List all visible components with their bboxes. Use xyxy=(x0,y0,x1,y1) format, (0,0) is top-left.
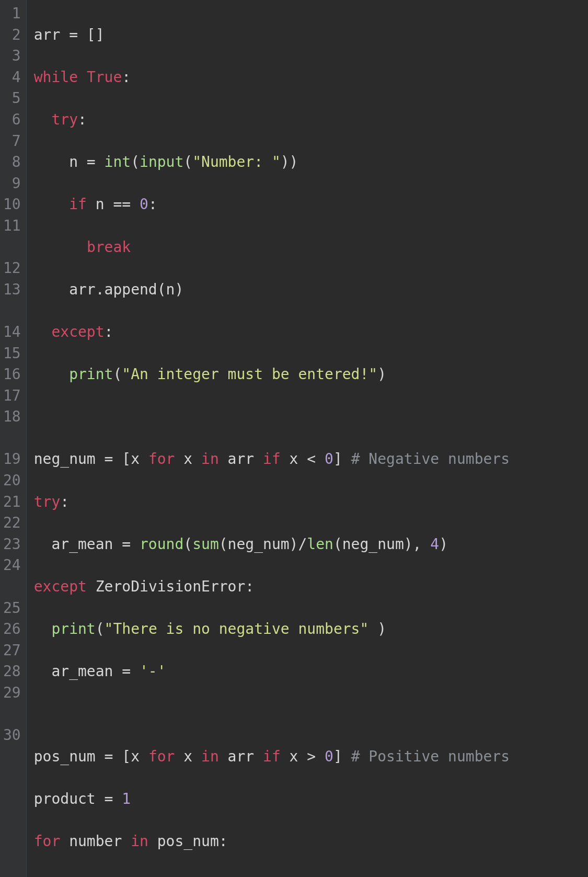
code-line: except ZeroDivisionError: xyxy=(34,576,582,598)
line-number: 2 xyxy=(3,25,21,46)
line-number: 8 xyxy=(3,152,21,173)
line-number: 21 xyxy=(3,492,21,513)
code-line: ar_mean = round(sum(neg_num)/len(neg_num… xyxy=(34,534,582,555)
code-line: except: xyxy=(34,322,582,343)
line-number: 9 xyxy=(3,173,21,195)
line-number: 11 xyxy=(3,215,21,258)
line-number: 17 xyxy=(3,385,21,407)
line-number: 14 xyxy=(3,322,21,343)
line-number: 3 xyxy=(3,45,21,67)
line-number: 25 xyxy=(3,598,21,619)
code-line xyxy=(34,704,582,725)
code-editor: 1 2 3 4 5 6 7 8 9 10 11 12 13 14 15 16 1… xyxy=(0,0,588,877)
line-number: 4 xyxy=(3,67,21,88)
line-number: 1 xyxy=(3,3,21,25)
code-line: try: xyxy=(34,109,582,131)
code-line: if n == 0: xyxy=(34,194,582,215)
code-line: arr.append(n) xyxy=(34,279,582,301)
line-number: 10 xyxy=(3,194,21,215)
code-line: product = 1 xyxy=(34,789,582,810)
code-line: break xyxy=(34,237,582,258)
line-number: 6 xyxy=(3,109,21,131)
line-number: 23 xyxy=(3,534,21,555)
line-number: 13 xyxy=(3,279,21,322)
line-number-gutter: 1 2 3 4 5 6 7 8 9 10 11 12 13 14 15 16 1… xyxy=(0,0,27,877)
line-number: 15 xyxy=(3,343,21,365)
line-number: 7 xyxy=(3,131,21,152)
code-line: arr = [] xyxy=(34,25,582,46)
code-line: neg_num = [x for x in arr if x < 0] # Ne… xyxy=(34,449,582,470)
line-number: 27 xyxy=(3,640,21,662)
line-number: 16 xyxy=(3,364,21,385)
line-number: 30 xyxy=(3,725,21,767)
code-line: product *= number xyxy=(34,873,582,877)
line-number: 24 xyxy=(3,555,21,597)
line-number: 12 xyxy=(3,258,21,279)
code-line: try: xyxy=(34,492,582,513)
line-number: 22 xyxy=(3,512,21,534)
code-line: n = int(input("Number: ")) xyxy=(34,152,582,173)
code-line: print("There is no negative numbers" ) xyxy=(34,619,582,640)
code-line: print("An integer must be entered!") xyxy=(34,364,582,385)
code-line xyxy=(34,406,582,428)
line-number: 28 xyxy=(3,661,21,682)
line-number: 19 xyxy=(3,449,21,470)
code-line: while True: xyxy=(34,67,582,88)
code-line: for number in pos_num: xyxy=(34,831,582,852)
line-number: 20 xyxy=(3,470,21,492)
code-area[interactable]: arr = [] while True: try: n = int(input(… xyxy=(27,0,588,877)
code-line: pos_num = [x for x in arr if x > 0] # Po… xyxy=(34,746,582,768)
line-number: 26 xyxy=(3,619,21,640)
line-number: 29 xyxy=(3,682,21,725)
code-line: ar_mean = '-' xyxy=(34,661,582,682)
line-number: 18 xyxy=(3,406,21,449)
line-number: 5 xyxy=(3,88,21,109)
